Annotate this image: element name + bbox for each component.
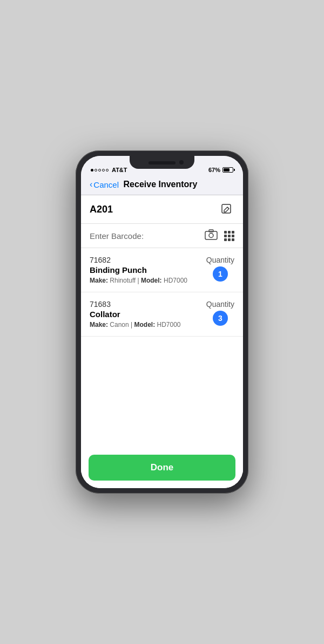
barcode-row: Enter Barcode: [81,224,243,248]
table-row: 71683 Collator Make: Canon | Model: HD70… [81,292,243,337]
camera-icon [205,229,218,240]
status-left: AT&T [91,167,127,173]
nav-bar: ‹ Cancel Receive Inventory [81,175,243,195]
item-list: 71682 Binding Punch Make: Rhinotuff | Mo… [81,248,243,349]
keypad-icon [224,231,234,241]
carrier-label: AT&T [112,167,127,173]
signal-dots [91,169,109,172]
spacer [81,349,243,450]
done-bar: Done [81,449,243,488]
item-name-2: Collator [90,310,206,319]
cancel-label: Cancel [93,180,119,189]
signal-dot-1 [91,169,93,172]
svg-rect-3 [209,230,213,232]
barcode-label: Enter Barcode: [90,231,200,241]
chevron-left-icon: ‹ [90,180,92,189]
item-id-1: 71682 [90,256,206,264]
item-quantity-1: Quantity 1 [206,256,234,282]
qty-label-1: Quantity [206,256,234,264]
po-header: A201 [81,195,243,224]
item-quantity-2: Quantity 3 [206,300,234,326]
done-button[interactable]: Done [89,455,235,481]
svg-point-2 [209,234,213,238]
item-info-1: 71682 Binding Punch Make: Rhinotuff | Mo… [90,256,206,284]
item-name-1: Binding Punch [90,265,206,275]
po-number: A201 [90,204,113,215]
edit-po-button[interactable] [219,202,234,217]
signal-dot-5 [106,169,109,172]
qty-label-2: Quantity [206,300,234,309]
table-row: 71682 Binding Punch Make: Rhinotuff | Mo… [81,248,243,292]
content-area: A201 Enter Barcode: [81,195,243,488]
signal-dot-3 [98,169,101,172]
battery-icon [222,167,233,173]
item-meta-1: Make: Rhinotuff | Model: HD7000 [90,277,206,284]
item-meta-2: Make: Canon | Model: HD7000 [90,321,206,328]
keypad-button[interactable] [224,231,234,241]
barcode-actions [205,229,234,242]
edit-icon [221,203,233,215]
svg-rect-1 [205,231,217,239]
signal-dot-2 [94,169,97,172]
qty-badge-2[interactable]: 3 [213,311,228,326]
qty-badge-1[interactable]: 1 [213,266,228,282]
battery-body [222,167,233,173]
status-right: 67% [208,167,233,173]
cancel-button[interactable]: ‹ Cancel [90,180,119,189]
battery-fill [224,168,230,172]
battery-percent: 67% [208,167,220,173]
signal-dot-4 [102,169,105,172]
page-title: Receive Inventory [119,180,202,189]
item-info-2: 71683 Collator Make: Canon | Model: HD70… [90,300,206,328]
item-id-2: 71683 [90,300,206,309]
camera-button[interactable] [205,229,218,242]
